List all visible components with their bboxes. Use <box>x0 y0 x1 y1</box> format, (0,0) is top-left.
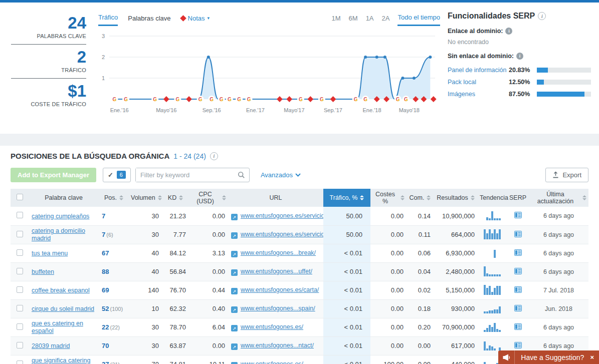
url-link[interactable]: www.entusfogones...ntact/ <box>241 342 314 349</box>
note-marker[interactable] <box>286 96 292 102</box>
select-all-checkbox[interactable] <box>17 194 23 200</box>
keyword-link[interactable]: que es catering en español <box>32 320 96 334</box>
google-update-marker[interactable]: G <box>297 96 304 103</box>
google-update-marker[interactable]: G <box>208 96 215 103</box>
note-marker[interactable] <box>277 96 283 102</box>
note-marker[interactable] <box>186 96 192 102</box>
column-header-volume[interactable]: Volumen <box>129 189 162 207</box>
row-checkbox[interactable] <box>17 342 23 348</box>
external-link-icon[interactable]: ↗ <box>231 288 238 294</box>
note-marker[interactable] <box>307 96 313 102</box>
serp-feature-link[interactable]: Panel de información <box>448 67 509 74</box>
google-update-marker[interactable]: G <box>226 96 233 103</box>
row-checkbox[interactable] <box>17 231 23 237</box>
column-header-traffic[interactable]: Tráfico, % <box>323 189 370 207</box>
close-icon[interactable]: × <box>589 353 599 361</box>
add-to-export-manager-button[interactable]: Add to Export Manager <box>11 168 96 182</box>
range-2a[interactable]: 2A <box>382 15 390 26</box>
google-update-marker[interactable]: G <box>111 96 118 103</box>
google-update-marker[interactable]: G <box>236 96 243 103</box>
info-icon[interactable]: i <box>210 152 218 160</box>
google-update-marker[interactable]: G <box>246 96 253 103</box>
serp-snapshot-icon[interactable] <box>514 342 522 350</box>
note-marker[interactable] <box>431 96 437 102</box>
serp-snapshot-icon[interactable] <box>514 305 522 313</box>
selection-dropdown[interactable]: ✓ 6 <box>103 168 131 182</box>
row-checkbox[interactable] <box>17 268 23 274</box>
suggestion-banner[interactable]: Have a Suggestion? × <box>498 350 599 364</box>
column-header-kd[interactable]: KD <box>162 189 189 207</box>
serp-snapshot-icon[interactable] <box>514 268 522 276</box>
column-header-cpc[interactable]: CPC (USD) <box>189 189 228 207</box>
keyword-link[interactable]: catering cumpleaños <box>32 213 89 220</box>
url-link[interactable]: www.entusfogones...break/ <box>241 249 316 256</box>
serp-snapshot-icon[interactable] <box>514 323 522 331</box>
google-update-marker[interactable]: G <box>151 96 158 103</box>
external-link-icon[interactable]: ↗ <box>231 306 238 313</box>
url-link[interactable]: www.entusfogones...spain/ <box>241 305 315 312</box>
google-update-marker[interactable]: G <box>318 96 325 103</box>
search-icon[interactable] <box>234 168 249 182</box>
range-6m[interactable]: 6M <box>349 15 358 26</box>
column-header-results[interactable]: Resultados <box>434 189 478 207</box>
external-link-icon[interactable]: ↗ <box>231 343 238 350</box>
row-checkbox[interactable] <box>17 212 23 218</box>
external-link-icon[interactable]: ↗ <box>231 232 238 239</box>
column-header-costs[interactable]: Costes % <box>370 189 407 207</box>
external-link-icon[interactable]: ↗ <box>231 251 238 257</box>
range-1m[interactable]: 1M <box>332 15 341 26</box>
range-1a[interactable]: 1A <box>366 15 374 26</box>
export-button[interactable]: Export <box>545 168 588 182</box>
row-checkbox[interactable] <box>17 323 23 330</box>
google-update-marker[interactable]: G <box>394 96 402 103</box>
external-link-icon[interactable]: ↗ <box>231 325 238 331</box>
row-checkbox[interactable] <box>17 249 23 256</box>
keyword-link[interactable]: coffee break espanol <box>32 287 90 294</box>
google-update-marker[interactable]: G <box>122 96 129 103</box>
info-icon[interactable]: i <box>538 12 546 20</box>
serp-feature-link[interactable]: Pack local <box>448 79 509 86</box>
row-checkbox[interactable] <box>17 360 23 364</box>
url-link[interactable]: www.entusfogones.es/servicios/ <box>241 231 323 238</box>
serp-feature-link[interactable]: Imágenes <box>448 91 509 98</box>
keyword-link[interactable]: tus tea menu <box>32 250 68 257</box>
serp-snapshot-icon[interactable] <box>514 286 522 294</box>
note-marker[interactable] <box>163 96 169 102</box>
google-update-marker[interactable]: G <box>218 96 225 103</box>
external-link-icon[interactable]: ↗ <box>231 269 238 276</box>
row-checkbox[interactable] <box>17 305 23 311</box>
keyword-link[interactable]: catering a domicilio madrid <box>32 227 96 242</box>
keyword-link[interactable]: 28039 madrid <box>32 342 70 349</box>
advanced-filters-toggle[interactable]: Avanzados <box>261 171 301 179</box>
serp-snapshot-icon[interactable] <box>514 212 522 220</box>
google-update-marker[interactable]: G <box>174 96 181 103</box>
url-link[interactable]: www.entusfogones...uffet/ <box>241 268 312 275</box>
url-link[interactable]: www.entusfogones.es/ <box>241 323 303 330</box>
google-update-marker[interactable]: G <box>362 96 369 103</box>
column-header-pos[interactable]: Pos. <box>99 189 129 207</box>
row-checkbox[interactable] <box>17 286 23 293</box>
column-header-com[interactable]: Com. <box>407 189 434 207</box>
keyword-link[interactable]: que significa catering en español <box>32 357 96 364</box>
info-icon[interactable]: i <box>516 53 523 60</box>
serp-snapshot-icon[interactable] <box>514 249 522 257</box>
filter-keyword-input[interactable] <box>136 168 234 182</box>
serp-snapshot-icon[interactable] <box>514 231 522 239</box>
chart-tab-palabras-clave[interactable]: Palabras clave <box>128 15 170 26</box>
keyword-link[interactable]: cirque du soleil madrid <box>32 305 94 312</box>
url-link[interactable]: www.entusfogones.es/carta/ <box>241 286 319 293</box>
google-update-marker[interactable]: G <box>197 96 204 103</box>
note-marker[interactable] <box>330 96 336 102</box>
chart-tab-notas[interactable]: Notas▾ <box>181 15 210 26</box>
chart-tab-tráfico[interactable]: Tráfico <box>98 14 118 26</box>
url-link[interactable]: www.entusfogones.es/servicios/ <box>241 212 323 219</box>
column-header-updated[interactable]: Última actualización <box>529 189 588 207</box>
url-link[interactable]: www.entusfogones.es/ <box>241 360 303 364</box>
info-icon[interactable]: i <box>505 28 512 35</box>
range-todo-el-tiempo[interactable]: Todo el tiempo <box>397 14 440 26</box>
keyword-link[interactable]: buffeten <box>32 268 54 275</box>
external-link-icon[interactable]: ↗ <box>231 362 238 364</box>
google-update-marker[interactable]: G <box>403 96 410 103</box>
external-link-icon[interactable]: ↗ <box>231 214 238 220</box>
google-update-marker[interactable]: G <box>352 96 359 103</box>
